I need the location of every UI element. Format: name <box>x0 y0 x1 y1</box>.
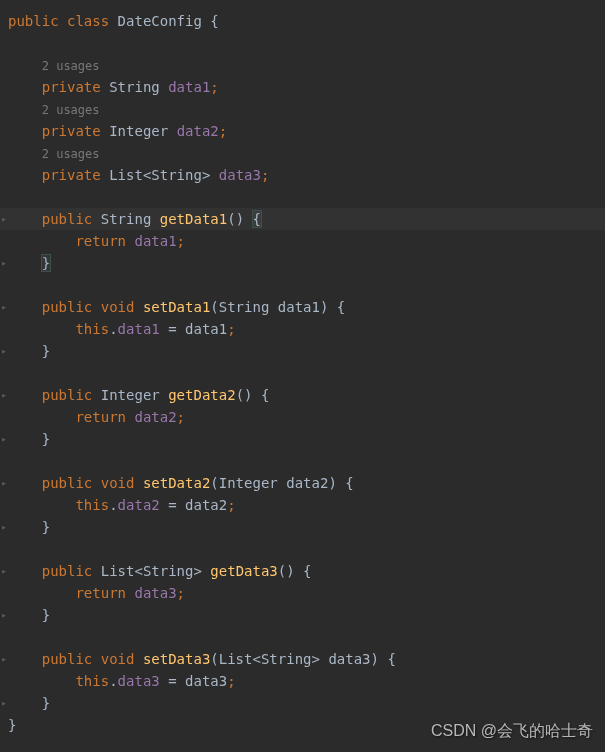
fold-icon[interactable]: ▸ <box>0 428 8 450</box>
blank-line <box>0 626 605 648</box>
code-line: ▸ public List<String> getData3() { <box>0 560 605 582</box>
blank-line <box>0 186 605 208</box>
code-line: ▸ } <box>0 252 605 274</box>
hint-line: 2 usages <box>0 98 605 120</box>
field: data3 <box>219 167 261 183</box>
fold-icon[interactable]: ▸ <box>0 252 8 274</box>
keyword: private <box>42 79 101 95</box>
usage-hint: 2 usages <box>42 59 100 73</box>
code-line: this.data3 = data3; <box>0 670 605 692</box>
type: List <box>109 167 143 183</box>
code-editor[interactable]: public class DateConfig { 2 usages priva… <box>0 0 605 736</box>
blank-line <box>0 274 605 296</box>
code-line: ▸ public String getData1() { <box>0 208 605 230</box>
fold-icon[interactable]: ▸ <box>0 208 8 230</box>
semicolon: ; <box>261 167 269 183</box>
blank-line <box>0 450 605 472</box>
field: data2 <box>177 123 219 139</box>
code-line: private Integer data2; <box>0 120 605 142</box>
watermark: CSDN @会飞的哈士奇 <box>431 720 593 742</box>
semicolon: ; <box>219 123 227 139</box>
method-name: getData2 <box>168 387 235 403</box>
code-line: ▸ public void setData2(Integer data2) { <box>0 472 605 494</box>
code-line: ▸ } <box>0 428 605 450</box>
keyword: return <box>75 233 126 249</box>
fold-icon[interactable]: ▸ <box>0 516 8 538</box>
fold-icon[interactable]: ▸ <box>0 296 8 318</box>
keyword: private <box>42 167 101 183</box>
hint-line: 2 usages <box>0 54 605 76</box>
code-line: ▸ } <box>0 604 605 626</box>
usage-hint: 2 usages <box>42 103 100 117</box>
method-name: setData1 <box>143 299 210 315</box>
code-line: ▸ } <box>0 340 605 362</box>
code-line: ▸ } <box>0 692 605 714</box>
field: data1 <box>168 79 210 95</box>
fold-icon[interactable]: ▸ <box>0 384 8 406</box>
keyword: void <box>101 299 135 315</box>
code-line: this.data1 = data1; <box>0 318 605 340</box>
brace-close: } <box>8 717 16 733</box>
fold-icon[interactable]: ▸ <box>0 648 8 670</box>
blank-line <box>0 362 605 384</box>
keyword: class <box>67 13 109 29</box>
keyword: public <box>42 211 93 227</box>
method-name: getData3 <box>210 563 277 579</box>
method-name: setData2 <box>143 475 210 491</box>
keyword: private <box>42 123 101 139</box>
blank-line <box>0 32 605 54</box>
code-line: ▸ } <box>0 516 605 538</box>
keyword: public <box>8 13 59 29</box>
type: String <box>151 167 202 183</box>
generic-close: > <box>202 167 210 183</box>
semicolon: ; <box>210 79 218 95</box>
code-line: return data2; <box>0 406 605 428</box>
method-name: setData3 <box>143 651 210 667</box>
type: Integer <box>109 123 168 139</box>
fold-icon[interactable]: ▸ <box>0 692 8 714</box>
keyword: public <box>42 299 93 315</box>
method-name: getData1 <box>160 211 227 227</box>
code-line: return data1; <box>0 230 605 252</box>
field: data1 <box>134 233 176 249</box>
keyword: this <box>75 321 109 337</box>
code-line: ▸ public void setData1(String data1) { <box>0 296 605 318</box>
brace-close: } <box>42 255 50 271</box>
fold-icon[interactable]: ▸ <box>0 472 8 494</box>
code-line: public class DateConfig { <box>0 10 605 32</box>
class-name: DateConfig <box>118 13 202 29</box>
usage-hint: 2 usages <box>42 147 100 161</box>
type: String <box>109 79 160 95</box>
code-line: private List<String> data3; <box>0 164 605 186</box>
code-line: this.data2 = data2; <box>0 494 605 516</box>
fold-icon[interactable]: ▸ <box>0 340 8 362</box>
field: data1 <box>118 321 160 337</box>
brace-open: { <box>253 211 261 227</box>
code-line: ▸ public void setData3(List<String> data… <box>0 648 605 670</box>
code-line: private String data1; <box>0 76 605 98</box>
fold-icon[interactable]: ▸ <box>0 604 8 626</box>
code-line: ▸ public Integer getData2() { <box>0 384 605 406</box>
type: String <box>101 211 152 227</box>
code-line: return data3; <box>0 582 605 604</box>
blank-line <box>0 538 605 560</box>
fold-icon[interactable]: ▸ <box>0 560 8 582</box>
brace-open: { <box>210 13 218 29</box>
hint-line: 2 usages <box>0 142 605 164</box>
